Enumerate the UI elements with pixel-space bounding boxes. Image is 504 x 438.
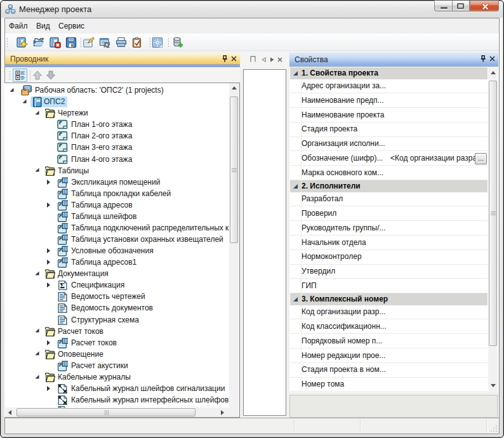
svg-text:Σ: Σ bbox=[60, 282, 65, 291]
